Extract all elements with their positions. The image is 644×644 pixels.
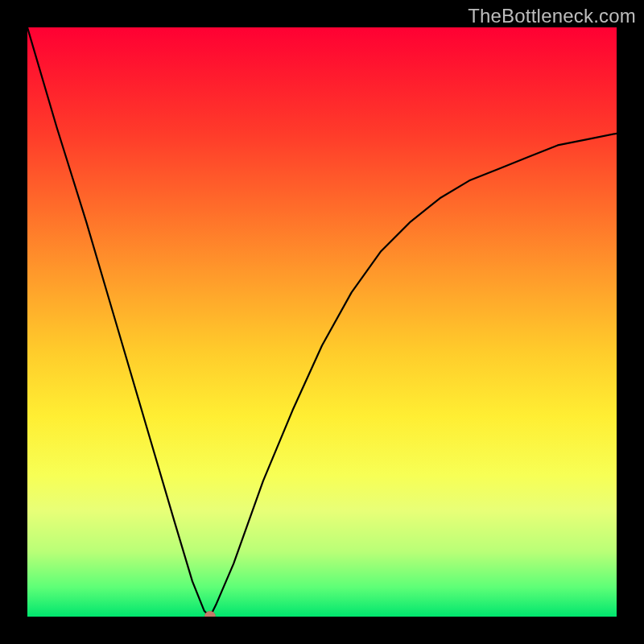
chart-frame: TheBottleneck.com	[0, 0, 644, 644]
chart-svg	[27, 27, 617, 617]
watermark-text: TheBottleneck.com	[468, 5, 636, 27]
chart-plot-area	[27, 27, 617, 617]
bottleneck-curve	[27, 27, 617, 617]
